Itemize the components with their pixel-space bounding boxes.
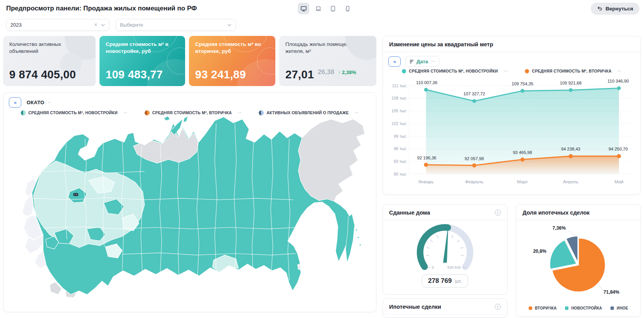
pie-label-newbuild: 20,8% — [533, 249, 546, 254]
svg-text:Февраль: Февраль — [465, 179, 484, 184]
legend-swatch-icon — [529, 306, 532, 310]
collapse-panel-button[interactable]: « — [388, 56, 401, 67]
menu-dots-icon[interactable]: ·· — [504, 68, 508, 74]
chevron-down-icon — [227, 24, 232, 27]
date-dimension-chip[interactable]: Дата ·· — [405, 56, 440, 67]
map-legend-item[interactable]: СРЕДНЯЯ СТОИМОСТЬ М², НОВОСТРОЙКИ ·· — [21, 110, 128, 115]
mortgage-deals-panel: Ипотечные сделки i — [383, 298, 507, 318]
undo-arrow-icon — [597, 6, 602, 11]
kpi-row: Количество активных объявлений 9 874 405… — [3, 36, 376, 86]
menu-dots-icon[interactable]: ·· — [238, 110, 242, 115]
kpi-delta-badge: ↑ 2,38% — [338, 69, 356, 75]
device-tablet-button[interactable] — [327, 3, 339, 14]
filter-bar: 2023 ✕ Выберите — [0, 17, 644, 36]
panel-header: Доля ипотечных сделок — [516, 205, 641, 220]
back-button[interactable]: Вернуться — [591, 3, 639, 15]
map-container — [9, 116, 371, 301]
legend-label: СРЕДНЯЯ СТОИМОСТЬ М², ВТОРИЧКА — [152, 110, 232, 115]
secondary-filter-placeholder: Выберите — [120, 22, 143, 28]
collapse-panel-button[interactable]: « — [9, 97, 21, 108]
series-dot-icon — [402, 69, 406, 73]
gauge-value-box: 278 769 шт. — [422, 274, 468, 288]
panel-title: Ипотечные сделки — [389, 304, 441, 310]
device-preview-switcher — [298, 3, 353, 14]
right-column: Изменение цены за квадратный метр « Дата… — [383, 36, 641, 318]
map-legend-item[interactable]: СРЕДНЯЯ СТОИМОСТЬ М², ВТОРИЧКА ·· — [145, 110, 242, 115]
gauge-min-label: — 0 — [427, 265, 434, 269]
year-filter-select[interactable]: 2023 ✕ — [6, 19, 110, 31]
back-button-label: Вернуться — [605, 6, 633, 12]
kpi-card-active-listings[interactable]: Количество активных объявлений 9 874 405… — [3, 36, 96, 86]
monitor-icon — [300, 5, 307, 12]
series-dot-icon — [525, 69, 529, 73]
x-axis-labels: Январь Февраль Март Апрель Май — [418, 179, 624, 184]
laptop-icon — [315, 5, 322, 12]
collapse-icon: « — [14, 100, 16, 105]
menu-dots-icon[interactable]: ·· — [432, 59, 435, 64]
gauge-container: — 0 530 632 — 278 769 шт. — [383, 220, 507, 288]
chart-legend-item[interactable]: СРЕДНЯЯ СТОИМОСТЬ М², НОВОСТРОЙКИ ·· — [402, 68, 508, 74]
mortgage-share-pie[interactable]: 7,36% 20,8% 71,84% — [521, 222, 636, 304]
svg-text:93 465,98: 93 465,98 — [513, 150, 532, 155]
pie-legend-item[interactable]: ИНОЕ — [610, 306, 628, 310]
svg-text:Май: Май — [615, 179, 624, 184]
device-desktop-button[interactable] — [298, 3, 309, 14]
legend-label: НОВОСТРОЙКА — [571, 306, 602, 310]
device-laptop-button[interactable] — [312, 3, 324, 14]
info-icon[interactable]: i — [495, 210, 501, 216]
panel-header: Ипотечные сделки i — [383, 299, 507, 315]
moscow-cluster-marker[interactable] — [73, 193, 78, 196]
kpi-card-secondary-price[interactable]: Средняя стоимость м² во вторичке, руб 93… — [189, 36, 275, 86]
pie-label-other: 7,36% — [553, 225, 566, 231]
info-icon[interactable]: i — [495, 304, 501, 310]
svg-text:93 тыс: 93 тыс — [394, 159, 407, 164]
phone-icon — [344, 5, 351, 12]
gauge-max-label: 530 632 — — [447, 265, 466, 269]
map-legend-item[interactable]: АКТИВНЫХ ОБЪЯВЛЕНИЙ О ПРОДАЖЕ ·· — [259, 110, 359, 115]
pie-legend-item[interactable]: ВТОРИЧКА — [529, 306, 556, 310]
svg-text:94 238,43: 94 238,43 — [561, 147, 580, 151]
menu-dots-icon[interactable]: ·· — [48, 100, 52, 105]
svg-text:110 346,90: 110 346,90 — [607, 79, 629, 83]
kpi-card-area-per-resident[interactable]: Площадь жилых помещений на 1 жителя, м² … — [279, 36, 376, 86]
gauge-needle — [443, 230, 448, 262]
legend-label: СРЕДНЯЯ СТОИМОСТЬ М², НОВОСТРОЙКИ — [409, 69, 498, 73]
pie-legend-item[interactable]: НОВОСТРОЙКА — [565, 306, 602, 310]
completed-houses-gauge[interactable]: — 0 530 632 — — [391, 221, 499, 274]
chart-legend-item[interactable]: СРЕДНЯЯ СТОИМОСТЬ М², ВТОРИЧКА ·· — [525, 68, 621, 74]
legend-label: ВТОРИЧКА — [535, 306, 556, 310]
gauge-unit: шт. — [455, 278, 462, 284]
svg-text:102 тыс: 102 тыс — [391, 121, 407, 126]
svg-text:111 тыс: 111 тыс — [392, 83, 407, 88]
map-dimension-label: ОКАТО — [27, 100, 44, 105]
legend-swatch-icon — [565, 306, 568, 310]
map-panel: « ОКАТО ·· СРЕДНЯЯ СТОИМОСТЬ М², НОВОСТР… — [3, 92, 376, 312]
legend-swatch-icon — [610, 306, 614, 310]
date-chip-label: Дата — [416, 59, 428, 64]
svg-text:92 057,98: 92 057,98 — [465, 156, 484, 161]
legend-label: АКТИВНЫХ ОБЪЯВЛЕНИЙ О ПРОДАЖЕ — [266, 110, 349, 115]
menu-dots-icon[interactable]: ·· — [124, 110, 128, 115]
legend-label: СРЕДНЯЯ СТОИМОСТЬ М², НОВОСТРОЙКИ — [29, 110, 118, 115]
dashboard-body: Количество активных объявлений 9 874 405… — [0, 36, 644, 318]
tablet-icon — [330, 5, 336, 12]
svg-text:96 тыс: 96 тыс — [394, 146, 407, 151]
arrow-up-icon: ↑ — [338, 69, 341, 75]
kpi-value: 27,01 — [285, 68, 314, 81]
pie-legend: ВТОРИЧКА НОВОСТРОЙКА ИНОЕ — [529, 306, 628, 310]
svg-text:110 007,36: 110 007,36 — [416, 80, 437, 85]
legend-label: СРЕДНЯЯ СТОИМОСТЬ М², ВТОРИЧКА — [532, 69, 611, 73]
kpi-card-newbuild-price[interactable]: Средняя стоимость м² в новостройке, руб … — [99, 36, 185, 86]
menu-dots-icon[interactable]: ·· — [355, 110, 359, 115]
kpi-value: 109 483,77 — [106, 68, 179, 81]
device-phone-button[interactable] — [342, 3, 353, 14]
secondary-filter-select[interactable]: Выберите — [116, 19, 236, 31]
price-line-chart[interactable]: 111 тыс 108 тыс 105 тыс 102 тыс 99 тыс 9… — [388, 74, 635, 188]
mortgage-share-panel: Доля ипотечных сделок — [516, 204, 641, 317]
clear-filter-icon[interactable]: ✕ — [94, 22, 98, 27]
russia-choropleth-map[interactable] — [9, 116, 370, 299]
svg-text:92 196,36: 92 196,36 — [417, 156, 437, 160]
lower-panels-row: Сданные дома i — [383, 204, 641, 318]
menu-dots-icon[interactable]: ·· — [618, 68, 622, 74]
y-axis-labels: 111 тыс 108 тыс 105 тыс 102 тыс 99 тыс 9… — [391, 83, 407, 176]
